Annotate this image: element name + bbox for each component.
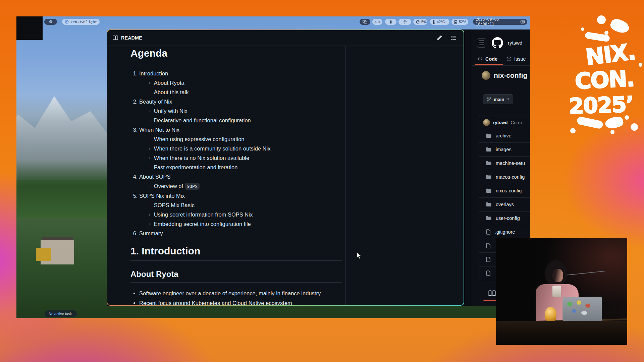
nixcon-2025-logo: NIX. CON. 2025’ [568,13,644,136]
agenda-sublist: SOPS Mix BasicUsing secret information f… [149,200,342,229]
agenda-sublist: About RyotaAbout this talk [149,78,342,97]
file-name: user-config [496,216,520,221]
logo-blob [570,128,576,133]
agenda-list: IntroductionAbout RyotaAbout this talkBe… [139,69,342,238]
code-icon [478,57,483,61]
repo-name[interactable]: nix-config [494,71,527,79]
introduction-heading: 1. Introduction [130,245,342,261]
commit-author: rytswd [493,120,508,125]
file-row[interactable]: archive [479,129,530,142]
gear-icon: ⚙ [49,20,53,24]
github-username[interactable]: rytswd [508,40,522,46]
workspace-target-icon [65,20,69,24]
agenda-subitem: Overview of SOPS [149,181,342,191]
agenda-subitem: Embedding secret into configuration file [149,219,342,229]
task-status-text: No active task. [49,312,73,316]
file-row[interactable]: .gitignore [479,225,530,239]
muted-devices-indicator[interactable] [372,19,382,25]
screen-share-indicator[interactable] [360,19,370,25]
desktop-screen-capture: ⚙ zen-twilight [16,16,530,318]
clock-indicator[interactable]: 2025-09-06 16:08:11 [473,19,527,25]
task-status-widget: No active task. [45,310,77,317]
github-logo-icon[interactable] [492,37,503,49]
logo-blob [609,17,631,36]
tab-issues-label: Issue [514,56,526,62]
logo-line-3: 2025’ [569,94,634,117]
book-icon [488,290,496,297]
repo-heading: nix-config [482,71,527,80]
logo-blob [631,123,638,131]
battery-value: 52% [459,20,466,24]
logo-blob [581,27,584,31]
tab-issues[interactable]: Issue [506,53,526,65]
file-icon [486,257,491,262]
file-row[interactable]: overlays [479,197,530,211]
file-name: images [496,147,512,152]
edit-readme-button[interactable] [435,33,444,43]
latest-commit-row[interactable]: rytswd Corre [479,116,530,129]
agenda-item: IntroductionAbout RyotaAbout this talk [139,69,342,97]
gauge-icon [416,20,420,24]
agenda-subitem: About Ryota [149,78,342,87]
commit-message: Corre [511,120,522,125]
agenda-item-label: About SOPS [139,174,171,180]
file-icon [486,270,491,276]
wallpaper-forest [16,161,117,218]
agenda-subitem: When there is a community solution outsi… [149,144,342,153]
folder-icon [486,133,491,138]
file-icon [486,229,491,235]
issue-icon [506,56,512,61]
book-icon [113,35,118,41]
laptop [562,297,602,321]
workspace-indicator[interactable]: zen-twilight [62,19,100,25]
agenda-item-label: Beauty of Nix [139,99,172,105]
agenda-subitem: Using secret information from SOPS Nix [149,210,342,219]
readme-title: README [121,35,142,41]
list-outline-icon [451,36,456,40]
github-tabs: Code Issue [472,53,530,66]
file-row[interactable]: machine-setu [479,156,530,170]
folder-icon [486,216,491,221]
file-name: overlays [496,202,514,207]
file-row[interactable]: nixos-config [479,184,530,197]
agenda-item: Beauty of NixUnify with NixDeclarative a… [139,97,342,125]
agenda-subitem: When using expressive configuration [149,134,342,144]
workspace-label: zen-twilight [70,20,97,24]
chevron-down-icon: ▼ [507,98,510,101]
bluetooth-indicator[interactable] [385,19,396,25]
branch-selector[interactable]: main ▼ [483,94,513,104]
gold-object [545,307,556,322]
about-ryota-heading: About Ryota [130,269,342,283]
battery-indicator[interactable]: 52% [451,19,468,25]
agenda-subitem: Declarative and functional configuration [149,116,342,125]
logo-blob [604,31,608,35]
keyboard-icon [521,20,525,23]
temperature-indicator[interactable]: 42°C [430,19,449,25]
outline-button[interactable] [449,33,458,43]
agenda-sublist: Overview of SOPS [149,181,342,191]
file-name: machine-setu [496,161,525,166]
agenda-subitem: About this talk [149,87,342,97]
agenda-item-label: Introduction [139,70,168,76]
wifi-icon [402,20,407,24]
wallpaper-shed [36,248,51,261]
wifi-indicator[interactable] [398,19,411,25]
agenda-heading: Agenda [130,48,342,63]
file-row[interactable]: images [479,142,530,156]
laptop-sticker [581,311,587,315]
agenda-item-label: SOPS Nix into Mix [139,193,185,199]
podium [496,321,627,345]
file-name: .gitignore [495,229,515,235]
about-bullet: Software engineer over a decade of exper… [139,289,342,298]
pencil-icon [437,35,442,41]
laptop-sticker [585,304,590,308]
cpu-usage-indicator[interactable]: 5% [413,19,427,25]
file-row[interactable]: macos-config [479,170,530,184]
settings-button[interactable]: ⚙ [44,19,57,25]
agenda-item-label: Summary [139,230,163,236]
cpu-usage-value: 5% [421,20,427,24]
github-menu-button[interactable] [477,38,486,48]
file-row[interactable]: user-config [479,211,530,225]
tab-code[interactable]: Code [478,53,497,65]
agenda-item: SOPS Nix into MixSOPS Mix BasicUsing sec… [139,191,342,229]
